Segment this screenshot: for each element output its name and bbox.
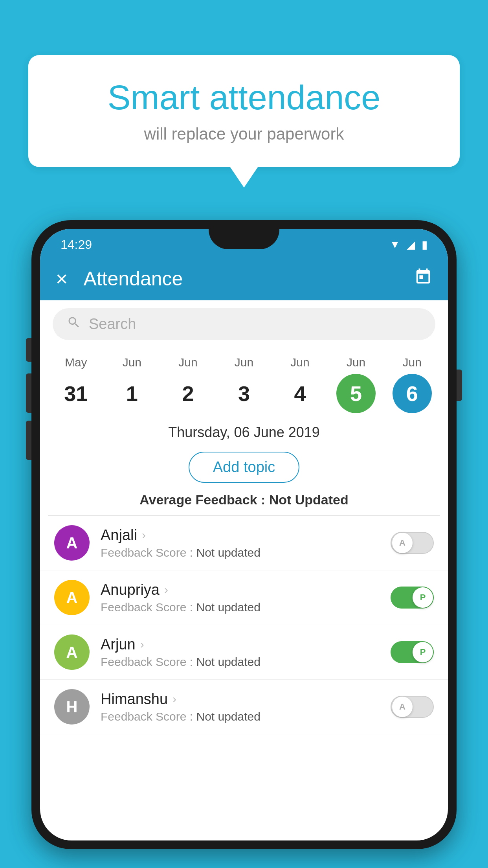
status-time: 14:29	[61, 237, 92, 252]
calendar-day[interactable]: Jun1	[108, 356, 156, 413]
average-feedback: Average Feedback : Not Updated	[40, 488, 448, 515]
volume-down-button	[26, 373, 31, 413]
avatar: H	[54, 689, 90, 725]
student-name: Anjali ›	[101, 527, 391, 544]
calendar-day[interactable]: Jun2	[164, 356, 211, 413]
student-name: Anupriya ›	[101, 581, 391, 598]
toggle-wrap[interactable]: P	[391, 641, 434, 663]
student-info: Anjali ›Feedback Score : Not updated	[101, 527, 391, 559]
toggle-thumb: P	[413, 642, 433, 662]
search-bar[interactable]: Search	[53, 308, 435, 340]
day-month: Jun	[123, 356, 141, 369]
day-month: Jun	[290, 356, 309, 369]
add-topic-button[interactable]: Add topic	[189, 452, 299, 483]
student-feedback: Feedback Score : Not updated	[101, 601, 391, 614]
day-month: Jun	[178, 356, 197, 369]
student-name: Himanshu ›	[101, 691, 391, 708]
day-number: 1	[112, 374, 152, 413]
avg-feedback-value: Not Updated	[269, 492, 349, 507]
day-number: 2	[168, 374, 207, 413]
student-item[interactable]: HHimanshu ›Feedback Score : Not updatedA	[40, 680, 448, 734]
day-month: May	[65, 356, 87, 369]
status-icons: ▼ ◢ ▮	[389, 238, 427, 251]
attendance-toggle[interactable]: P	[391, 587, 434, 609]
student-feedback: Feedback Score : Not updated	[101, 655, 391, 669]
avatar: A	[54, 580, 90, 615]
chevron-icon: ›	[164, 583, 168, 596]
toggle-wrap[interactable]: A	[391, 696, 434, 718]
phone-notch	[209, 229, 279, 249]
bubble-subtitle: will replace your paperwork	[60, 125, 428, 143]
toggle-wrap[interactable]: A	[391, 532, 434, 554]
battery-icon: ▮	[422, 238, 427, 251]
student-info: Arjun ›Feedback Score : Not updated	[101, 636, 391, 669]
calendar-day[interactable]: Jun3	[220, 356, 268, 413]
app-bar: × Attendance	[40, 257, 448, 300]
toggle-thumb: A	[392, 533, 413, 553]
student-list: AAnjali ›Feedback Score : Not updatedAAA…	[40, 516, 448, 734]
speech-bubble: Smart attendance will replace your paper…	[28, 55, 460, 167]
volume-up-button	[26, 338, 31, 362]
calendar-day[interactable]: Jun4	[277, 356, 324, 413]
search-icon	[67, 315, 81, 333]
toggle-thumb: A	[392, 697, 413, 717]
selected-date: Thursday, 06 June 2019	[40, 413, 448, 446]
day-number: 3	[224, 374, 264, 413]
wifi-icon: ▼	[389, 238, 400, 251]
toggle-wrap[interactable]: P	[391, 587, 434, 609]
day-month: Jun	[347, 356, 365, 369]
day-number: 5	[336, 374, 376, 413]
calendar-icon[interactable]	[414, 268, 432, 290]
student-item[interactable]: AAnupriya ›Feedback Score : Not updatedP	[40, 570, 448, 625]
day-month: Jun	[402, 356, 421, 369]
attendance-toggle[interactable]: A	[391, 696, 434, 718]
avatar: A	[54, 525, 90, 561]
calendar-day[interactable]: Jun5	[332, 356, 380, 413]
signal-icon: ◢	[407, 238, 415, 251]
app-bar-title: Attendance	[83, 267, 414, 290]
student-item[interactable]: AArjun ›Feedback Score : Not updatedP	[40, 625, 448, 680]
chevron-icon: ›	[172, 692, 176, 706]
close-button[interactable]: ×	[56, 267, 68, 291]
attendance-toggle[interactable]: P	[391, 641, 434, 663]
chevron-icon: ›	[142, 528, 146, 542]
avatar: A	[54, 634, 90, 670]
attendance-toggle[interactable]: A	[391, 532, 434, 554]
student-info: Himanshu ›Feedback Score : Not updated	[101, 691, 391, 723]
power-button	[457, 370, 462, 401]
speech-bubble-container: Smart attendance will replace your paper…	[28, 55, 460, 167]
calendar-strip: May31Jun1Jun2Jun3Jun4Jun5Jun6	[40, 348, 448, 413]
calendar-day[interactable]: Jun6	[389, 356, 436, 413]
avg-feedback-label: Average Feedback :	[139, 492, 269, 507]
search-input[interactable]: Search	[89, 316, 136, 333]
day-number: 31	[56, 374, 95, 413]
student-feedback: Feedback Score : Not updated	[101, 546, 391, 559]
student-feedback: Feedback Score : Not updated	[101, 710, 391, 723]
phone-screen: 14:29 ▼ ◢ ▮ × Attendance S	[40, 229, 448, 840]
chevron-icon: ›	[140, 638, 144, 651]
day-number: 4	[281, 374, 320, 413]
calendar-day[interactable]: May31	[52, 356, 99, 413]
bubble-title: Smart attendance	[60, 79, 428, 117]
student-name: Arjun ›	[101, 636, 391, 653]
student-item[interactable]: AAnjali ›Feedback Score : Not updatedA	[40, 516, 448, 570]
day-number: 6	[393, 374, 432, 413]
phone-frame: 14:29 ▼ ◢ ▮ × Attendance S	[31, 220, 457, 849]
student-info: Anupriya ›Feedback Score : Not updated	[101, 581, 391, 614]
day-month: Jun	[235, 356, 253, 369]
camera-button	[26, 421, 31, 460]
toggle-thumb: P	[413, 587, 433, 608]
